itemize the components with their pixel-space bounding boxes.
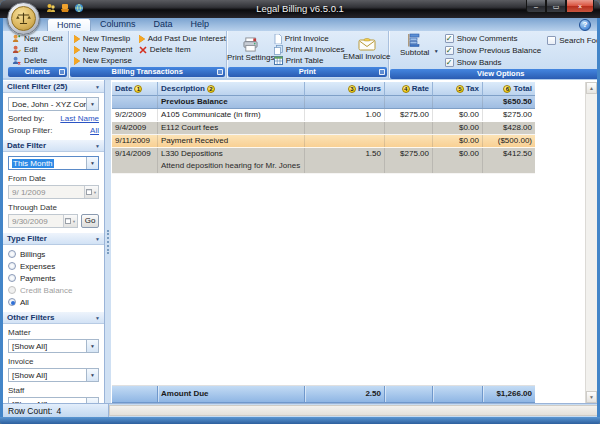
- scroll-down-arrow-icon[interactable]: ▼: [586, 391, 597, 403]
- calendar-dropdown-button[interactable]: [84, 186, 98, 198]
- calendar-icon: [86, 189, 92, 195]
- person-add-icon: [12, 34, 21, 43]
- cell-total: $650.50: [483, 96, 535, 108]
- vertical-scrollbar[interactable]: ▲ ▼: [585, 82, 597, 403]
- window-bottom-border: [0, 417, 600, 424]
- show-comments-checkbox[interactable]: Show Comments: [445, 33, 542, 44]
- billing-table: Date1 Description2 3Hours 4Rate 5Tax 6To…: [112, 82, 535, 174]
- radio-all[interactable]: All: [8, 297, 99, 307]
- type-filter-panel: Billings Expenses Payments Credit Balanc…: [3, 245, 104, 311]
- application-menu-button[interactable]: [7, 2, 40, 35]
- print-invoice-button[interactable]: Print Invoice: [272, 33, 344, 44]
- help-button[interactable]: ?: [579, 19, 591, 31]
- timeslip-gold-icon[interactable]: [46, 3, 56, 13]
- date-filter-panel: This Month From Date 9/ 1/2009 Through D…: [3, 152, 104, 232]
- print-all-invoices-button[interactable]: Print All Invoices: [272, 44, 344, 55]
- chevron-down-icon[interactable]: ▼: [95, 315, 100, 321]
- column-header-date[interactable]: Date1: [112, 82, 158, 96]
- radio-icon: [8, 262, 16, 270]
- subtotal-button[interactable]: Subtotal: [397, 33, 433, 57]
- subtotal-dropdown-arrow[interactable]: ▼: [434, 48, 439, 54]
- group-launcher-button[interactable]: [379, 69, 385, 75]
- sort-order-badge: 1: [134, 85, 142, 93]
- gold-arrow-icon: [139, 35, 145, 43]
- window-title: Legal Billing v6.5.0.1: [256, 3, 344, 14]
- column-header-description[interactable]: Description2: [158, 82, 305, 96]
- column-header-tax[interactable]: 5Tax: [433, 82, 483, 96]
- column-header-total[interactable]: 6Total: [483, 82, 535, 96]
- chevron-down-icon[interactable]: ▼: [95, 236, 100, 242]
- delete-item-button[interactable]: Delete Item: [137, 44, 223, 55]
- window-frame: Home Columns Data Help ? New Client Edit: [3, 18, 597, 417]
- scroll-up-arrow-icon[interactable]: ▲: [586, 82, 597, 94]
- print-table-button[interactable]: Print Table: [272, 55, 344, 66]
- radio-payments[interactable]: Payments: [8, 273, 99, 283]
- column-header-rate[interactable]: 4Rate: [385, 82, 433, 96]
- search-footer-checkbox[interactable]: Search Footer: [547, 35, 597, 46]
- print-settings-button[interactable]: Print Settings: [230, 33, 272, 66]
- table-row[interactable]: 9/2/2009 A105 Communicate (in firm) 1.00…: [112, 109, 535, 122]
- group-caption-print: Print: [228, 67, 387, 77]
- calendar-dropdown-button[interactable]: [63, 215, 77, 227]
- type-filter-panel-header[interactable]: Type Filter ▼: [3, 232, 104, 245]
- show-previous-balance-checkbox[interactable]: Show Previous Balance: [445, 45, 542, 56]
- date-range-select[interactable]: This Month: [8, 156, 99, 170]
- email-invoice-button[interactable]: EMail Invoice: [344, 33, 390, 66]
- delete-client-button[interactable]: Delete: [10, 55, 65, 66]
- edit-client-button[interactable]: Edit: [10, 44, 65, 55]
- tab-help[interactable]: Help: [182, 18, 219, 31]
- cell-date: 9/2/2009: [112, 109, 158, 121]
- close-button[interactable]: ×: [566, 0, 594, 13]
- other-filters-panel-header[interactable]: Other Filters ▼: [3, 311, 104, 324]
- checkbox-unchecked-icon: [547, 36, 556, 45]
- table-row[interactable]: 9/4/2009 E112 Court fees $0.00 $428.00: [112, 122, 535, 135]
- cell-date: 9/14/2009: [112, 148, 158, 173]
- chevron-down-icon[interactable]: ▼: [95, 143, 100, 149]
- from-date-input[interactable]: 9/ 1/2009: [8, 185, 99, 199]
- new-expense-button[interactable]: New Expense: [72, 55, 135, 66]
- payment-hand-icon[interactable]: [60, 3, 70, 13]
- minimize-button[interactable]: –: [526, 0, 546, 13]
- new-client-button[interactable]: New Client: [10, 33, 65, 44]
- subtotal-grid-icon: [408, 33, 422, 47]
- combo-arrow-icon: [86, 340, 98, 352]
- scales-of-justice-icon: [11, 6, 36, 31]
- client-filter-panel-header[interactable]: Client Filter (25) ▼: [3, 80, 104, 93]
- ribbon-group-billing-transactions: New Timeslip New Payment New Expense Add…: [69, 31, 227, 78]
- radio-billings[interactable]: Billings: [8, 249, 99, 259]
- cell-hours: [305, 135, 385, 147]
- previous-balance-band-row[interactable]: Previous Balance $650.50: [112, 96, 535, 109]
- table-row-payment-highlighted[interactable]: 9/11/2009 Payment Received $0.00 ($500.0…: [112, 135, 535, 148]
- client-select[interactable]: Doe, John - XYZ Corporation: [8, 97, 99, 111]
- gold-arrow-icon: [74, 35, 80, 43]
- invoice-select[interactable]: [Show All]: [8, 368, 99, 382]
- matter-select[interactable]: [Show All]: [8, 339, 99, 353]
- tab-home[interactable]: Home: [47, 18, 91, 31]
- go-button[interactable]: Go: [81, 214, 99, 228]
- chevron-down-icon[interactable]: ▼: [95, 84, 100, 90]
- sorted-by-link[interactable]: Last Name: [60, 114, 99, 123]
- new-payment-button[interactable]: New Payment: [72, 44, 135, 55]
- printer-icon: [242, 37, 259, 52]
- new-timeslip-button[interactable]: New Timeslip: [72, 33, 135, 44]
- globe-icon[interactable]: [74, 3, 84, 13]
- show-bands-checkbox[interactable]: Show Bands: [445, 57, 542, 68]
- invoice-label: Invoice: [8, 357, 99, 366]
- tab-data[interactable]: Data: [145, 18, 182, 31]
- group-filter-link[interactable]: All: [90, 126, 99, 135]
- cell-rate: [385, 135, 433, 147]
- through-date-input[interactable]: 9/30/2009: [8, 214, 78, 228]
- group-launcher-button[interactable]: [217, 69, 223, 75]
- table-row[interactable]: 9/14/2009 L330 DepositionsAttend deposit…: [112, 148, 535, 174]
- date-filter-panel-header[interactable]: Date Filter ▼: [3, 139, 104, 152]
- horizontal-scrollbar[interactable]: [109, 405, 597, 416]
- radio-expenses[interactable]: Expenses: [8, 261, 99, 271]
- add-past-due-interest-button[interactable]: Add Past Due Interest: [137, 33, 223, 44]
- window-controls: – ▭ ×: [526, 0, 594, 13]
- tab-columns[interactable]: Columns: [91, 18, 145, 31]
- column-header-hours[interactable]: 3Hours: [305, 82, 385, 96]
- sort-order-badge: 5: [456, 85, 464, 93]
- combo-arrow-icon: [86, 98, 98, 110]
- group-launcher-button[interactable]: [59, 69, 65, 75]
- maximize-button[interactable]: ▭: [546, 0, 566, 13]
